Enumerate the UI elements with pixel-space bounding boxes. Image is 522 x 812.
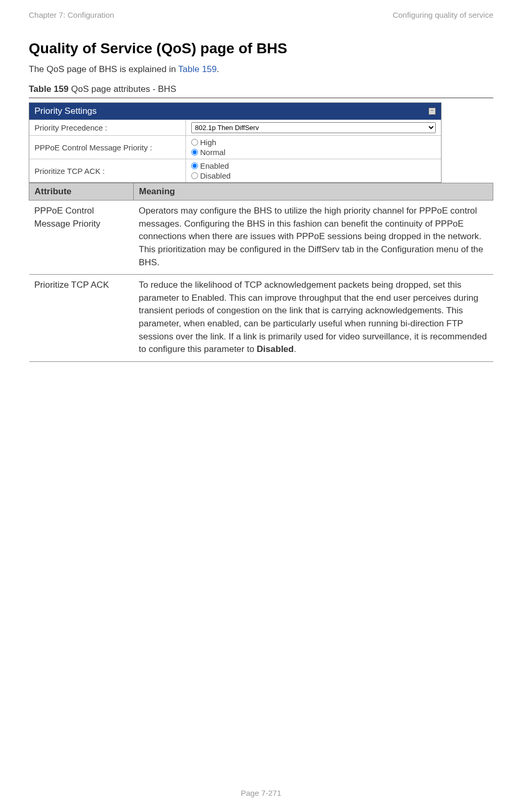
tcp-ack-enabled-radio[interactable] [191,162,198,169]
pppoe-normal-label: Normal [200,148,225,157]
header-chapter: Chapter 7: Configuration [29,10,114,19]
meaning-cell: Operators may configure the BHS to utili… [134,201,493,275]
meaning-post: . [294,344,296,354]
table-row: PPPoE Control Message Priority Operators… [29,201,493,275]
page-header: Chapter 7: Configuration Configuring qua… [29,10,493,19]
tcp-ack-enabled-label: Enabled [200,161,229,170]
tcp-ack-row: Prioritize TCP ACK : Enabled Disabled [29,159,441,182]
attribute-table-header-row: Attribute Meaning [29,183,493,201]
table-caption-number: Table 159 [29,84,68,94]
priority-precedence-select[interactable]: 802.1p Then DiffServ [191,122,436,133]
meaning-pre: To reduce the likelihood of TCP acknowle… [139,280,487,354]
priority-precedence-label: Priority Precedence : [29,120,186,135]
collapse-icon[interactable]: − [428,108,436,115]
attr-cell: PPPoE Control Message Priority [29,201,134,275]
pppoe-priority-label: PPPoE Control Message Priority : [29,136,186,159]
pppoe-priority-control: High Normal [186,136,441,159]
tcp-ack-disabled-label: Disabled [200,171,230,180]
meaning-bold: Disabled [257,344,294,354]
section-heading: Quality of Service (QoS) page of BHS [29,40,493,57]
meaning-cell: To reduce the likelihood of TCP acknowle… [134,275,493,362]
panel-title: Priority Settings [34,106,97,116]
priority-settings-panel: Priority Settings − Priority Precedence … [29,102,442,183]
attribute-table: Attribute Meaning PPPoE Control Message … [29,183,493,362]
header-section: Configuring quality of service [392,10,493,19]
panel-header: Priority Settings − [29,103,441,120]
intro-post: . [217,64,219,74]
priority-precedence-row: Priority Precedence : 802.1p Then DiffSe… [29,120,441,135]
intro-pre: The QoS page of BHS is explained in [29,64,178,74]
pppoe-priority-row: PPPoE Control Message Priority : High No… [29,135,441,159]
pppoe-high-label: High [200,138,216,147]
pppoe-normal-option[interactable]: Normal [191,148,436,157]
figure-container: Priority Settings − Priority Precedence … [29,98,493,362]
col-meaning-header: Meaning [134,183,493,201]
tcp-ack-control: Enabled Disabled [186,159,441,182]
tcp-ack-disabled-option[interactable]: Disabled [191,171,436,180]
attr-cell: Prioritize TCP ACK [29,275,134,362]
tcp-ack-label: Prioritize TCP ACK : [29,159,186,182]
pppoe-high-option[interactable]: High [191,138,436,147]
table-row: Prioritize TCP ACK To reduce the likelih… [29,275,493,362]
col-attribute-header: Attribute [29,183,134,201]
pppoe-normal-radio[interactable] [191,149,198,156]
tcp-ack-disabled-radio[interactable] [191,172,198,179]
intro-paragraph: The QoS page of BHS is explained in Tabl… [29,64,493,75]
table-caption-rest: QoS page attributes - BHS [68,84,176,94]
table-caption: Table 159 QoS page attributes - BHS [29,84,493,95]
table-ref-link[interactable]: Table 159 [178,64,217,74]
pppoe-high-radio[interactable] [191,139,198,146]
priority-precedence-control: 802.1p Then DiffServ [186,120,441,135]
tcp-ack-enabled-option[interactable]: Enabled [191,161,436,170]
page-footer: Page 7-271 [0,789,522,797]
